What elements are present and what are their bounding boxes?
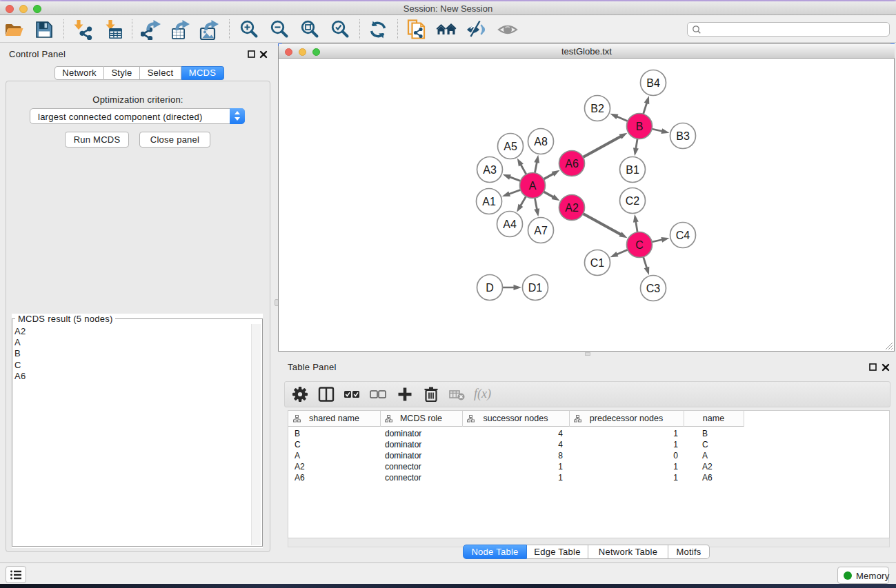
svg-text:A4: A4 xyxy=(503,219,517,230)
svg-text:A5: A5 xyxy=(504,141,517,152)
svg-text:C: C xyxy=(635,239,644,251)
svg-text:C4: C4 xyxy=(676,230,690,241)
svg-text:B: B xyxy=(636,121,644,132)
svg-text:D: D xyxy=(486,282,494,294)
svg-text:B3: B3 xyxy=(676,130,690,142)
svg-text:B1: B1 xyxy=(626,164,639,176)
svg-text:A8: A8 xyxy=(534,136,548,148)
svg-text:A1: A1 xyxy=(482,196,496,207)
svg-text:C3: C3 xyxy=(646,283,661,294)
svg-text:C2: C2 xyxy=(626,195,640,207)
svg-text:D1: D1 xyxy=(528,282,543,294)
svg-text:B4: B4 xyxy=(646,77,660,89)
svg-text:A: A xyxy=(529,180,537,192)
svg-text:A3: A3 xyxy=(483,164,497,176)
svg-text:B2: B2 xyxy=(590,103,604,114)
svg-text:A7: A7 xyxy=(534,225,548,236)
svg-text:C1: C1 xyxy=(590,257,605,269)
svg-text:A2: A2 xyxy=(565,202,579,214)
svg-text:A6: A6 xyxy=(565,158,579,170)
